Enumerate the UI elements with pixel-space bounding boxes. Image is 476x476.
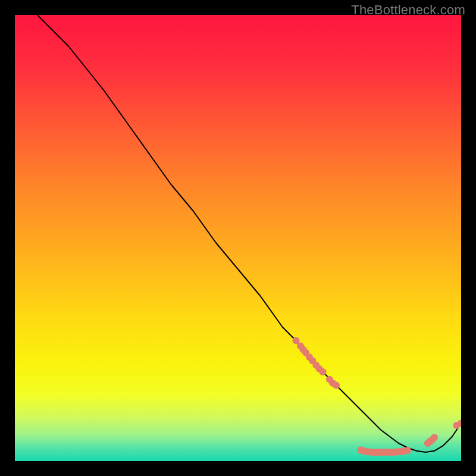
watermark-text: TheBottleneck.com [351, 2, 465, 18]
chart-container: TheBottleneck.com [0, 0, 476, 476]
marker-cluster [293, 337, 462, 456]
scatter-point [404, 447, 411, 454]
scatter-point [320, 368, 327, 375]
bottleneck-curve [37, 15, 462, 452]
scatter-point [333, 382, 340, 389]
chart-overlay [15, 15, 461, 461]
scatter-point [431, 434, 438, 441]
